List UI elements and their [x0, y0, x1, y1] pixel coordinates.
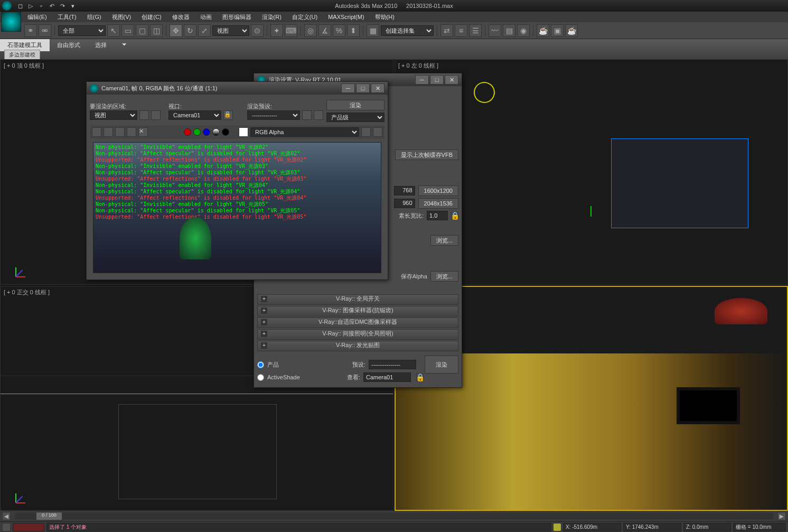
curve-editor-icon[interactable]: 〰: [489, 24, 501, 37]
save-icon[interactable]: [92, 127, 101, 137]
rollout[interactable]: +V-Ray::自适应DMC图像采样器: [257, 318, 458, 328]
channel-blue-icon[interactable]: [203, 128, 210, 136]
select-name-icon[interactable]: ▭: [121, 24, 134, 37]
angle-snap-icon[interactable]: ∡: [318, 24, 331, 37]
minimize-icon[interactable]: ─: [341, 83, 355, 93]
channel-mono-icon[interactable]: [222, 128, 229, 136]
unlink-icon[interactable]: ⚮: [39, 24, 51, 37]
clone-icon[interactable]: [115, 127, 125, 137]
menu-edit[interactable]: 编辑(E): [24, 13, 50, 21]
qat-dropdown-icon[interactable]: ▾: [69, 2, 77, 10]
preset-size-button[interactable]: 1600x1200: [418, 185, 458, 196]
viewport-select[interactable]: Camera01: [168, 110, 221, 120]
dialog-titlebar[interactable]: Camera01, 帧 0, RGBA 颜色 16 位/通道 (1:1) ─ □…: [87, 82, 388, 95]
preset-field[interactable]: [369, 360, 416, 369]
size-field[interactable]: 960: [394, 199, 415, 208]
viewport-label[interactable]: [ + 0 正交 0 线框 ]: [4, 288, 50, 296]
percent-snap-icon[interactable]: %: [333, 24, 345, 37]
slider-thumb[interactable]: 0 / 100: [36, 512, 62, 520]
app-logo-icon[interactable]: [1, 12, 21, 32]
region-btn-icon[interactable]: [139, 110, 149, 120]
browse-button[interactable]: 浏览...: [430, 271, 458, 282]
schematic-icon[interactable]: ▤: [503, 24, 515, 37]
link-icon[interactable]: ⚭: [24, 24, 37, 37]
menu-help[interactable]: 帮助(H): [372, 13, 398, 21]
product-radio[interactable]: [257, 361, 264, 368]
viewport-label[interactable]: [ + 0 顶 0 线框 ]: [4, 62, 44, 70]
minimize-icon[interactable]: ─: [415, 75, 429, 85]
window-cross-icon[interactable]: ◫: [150, 24, 163, 37]
lock-icon[interactable]: [554, 524, 561, 531]
render-output[interactable]: Non-physical: "Invisible" enabled for li…: [93, 142, 381, 273]
select-icon[interactable]: ↖: [107, 24, 120, 37]
lock-icon[interactable]: 🔒: [451, 212, 458, 219]
coord-y[interactable]: Y: 1746.243m: [623, 523, 681, 531]
activeshade-radio[interactable]: [257, 374, 264, 381]
vfb-btn-icon[interactable]: [373, 127, 382, 137]
mirror-icon[interactable]: ⇄: [440, 24, 453, 37]
rotate-icon[interactable]: ↻: [184, 24, 196, 37]
clear-icon[interactable]: ✕: [138, 127, 148, 137]
slider-track[interactable]: 0 / 100: [15, 513, 773, 519]
close-icon[interactable]: ✕: [445, 75, 458, 85]
viewport-label[interactable]: [ + 0 左 0 线框 ]: [398, 62, 438, 70]
selection-filter[interactable]: 全部: [58, 25, 106, 36]
render-frame-icon[interactable]: ▣: [551, 24, 564, 37]
qat-new-icon[interactable]: ◻: [16, 2, 24, 10]
view-field[interactable]: [363, 372, 411, 382]
render-button[interactable]: 渲染: [425, 356, 458, 374]
channel-alpha-icon[interactable]: [212, 128, 220, 136]
manip-icon[interactable]: ✦: [270, 24, 283, 37]
ribbon-tab-freeform[interactable]: 自由形式: [50, 39, 88, 51]
menu-rendering[interactable]: 渲染(R): [259, 13, 285, 21]
menu-group[interactable]: 组(G): [84, 13, 105, 21]
snap-icon[interactable]: ◎: [304, 24, 317, 37]
browse-button[interactable]: 浏览...: [430, 235, 458, 246]
menu-views[interactable]: 视图(V): [109, 13, 135, 21]
spinner-snap-icon[interactable]: ⬍: [347, 24, 360, 37]
region-btn-icon[interactable]: [151, 110, 161, 120]
preset-size-button[interactable]: 2048x1536: [418, 198, 458, 209]
ref-coord-system[interactable]: 视图: [212, 25, 249, 36]
preset-select[interactable]: -------------: [247, 110, 300, 120]
channel-red-icon[interactable]: [184, 128, 191, 136]
menu-create[interactable]: 创建(C): [138, 13, 164, 21]
menu-maxscript[interactable]: MAXScript(M): [325, 14, 367, 20]
coord-z[interactable]: Z: 0.0mm: [683, 523, 731, 531]
menu-modifiers[interactable]: 修改器: [169, 13, 193, 21]
print-icon[interactable]: [127, 127, 136, 137]
script-listener-icon[interactable]: [2, 523, 11, 531]
move-icon[interactable]: ✥: [170, 24, 182, 37]
menu-graph-editors[interactable]: 图形编辑器: [219, 13, 255, 21]
render-button[interactable]: 渲染: [326, 100, 384, 110]
edit-sel-set-icon[interactable]: ▦: [367, 24, 379, 37]
preset-btn-icon[interactable]: [314, 110, 323, 120]
app-icon[interactable]: [2, 1, 12, 11]
menu-customize[interactable]: 自定义(U): [289, 13, 321, 21]
lock-icon[interactable]: 🔒: [416, 374, 424, 381]
size-field[interactable]: 768: [394, 186, 415, 195]
close-icon[interactable]: ✕: [371, 83, 384, 93]
keyboard-icon[interactable]: ⌨: [285, 24, 297, 37]
vfb-btn-icon[interactable]: [361, 127, 371, 137]
maximize-icon[interactable]: □: [430, 75, 444, 85]
key-mode-icon[interactable]: ►: [777, 512, 786, 520]
layers-icon[interactable]: ☰: [469, 24, 482, 37]
key-mode-icon[interactable]: ◄: [2, 512, 11, 520]
rollout[interactable]: +V-Ray:: 全局开关: [257, 294, 458, 305]
show-vfb-button[interactable]: 显示上次帧缓存VFB: [395, 150, 458, 160]
qat-redo-icon[interactable]: ↷: [58, 2, 67, 10]
rollout[interactable]: +V-Ray:: 图像采样器(抗锯齿): [257, 306, 458, 316]
render-setup-icon[interactable]: ☕: [537, 24, 549, 37]
aspect-field[interactable]: [427, 211, 448, 220]
align-icon[interactable]: ≡: [455, 24, 467, 37]
script-mini[interactable]: [13, 523, 44, 531]
scale-icon[interactable]: ⤢: [198, 24, 211, 37]
maximize-icon[interactable]: □: [356, 83, 370, 93]
render-icon[interactable]: ☕: [565, 24, 578, 37]
ribbon-tab-selection[interactable]: 选择: [88, 39, 114, 51]
ribbon-panel-polygon[interactable]: 多边形建模: [4, 50, 40, 60]
channel-green-icon[interactable]: [193, 128, 201, 136]
pivot-icon[interactable]: ⊙: [251, 24, 264, 37]
ribbon-tab-expand-icon[interactable]: ⏷: [114, 39, 135, 50]
